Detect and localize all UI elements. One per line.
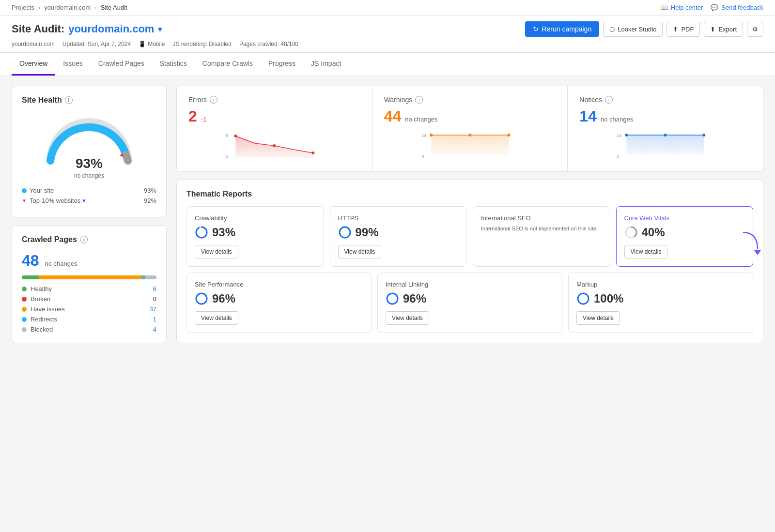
redirects-label: Redirects bbox=[31, 316, 57, 323]
notices-chart: 14 0 bbox=[579, 131, 751, 160]
markup-percent-row: 100% bbox=[576, 292, 745, 305]
notices-value: 14 bbox=[579, 107, 597, 125]
https-view-details-button[interactable]: View details bbox=[338, 245, 382, 258]
reports-grid-row2: Site Performance 96% View details Intern… bbox=[186, 273, 753, 333]
header: Site Audit: yourdomain.com ▾ ↻ Rerun cam… bbox=[0, 15, 775, 53]
thematic-reports-card: Thematic Reports Crawlability 93% View d… bbox=[176, 180, 763, 343]
legend-your-site-left: Your site bbox=[22, 187, 54, 194]
internal-linking-percent-row: 96% bbox=[386, 292, 554, 305]
top10-dropdown-icon[interactable]: ▾ bbox=[82, 197, 86, 204]
crawled-legend: Healthy 6 Broken 0 Have issues bbox=[22, 285, 156, 333]
notices-label: Notices i bbox=[579, 96, 751, 104]
reports-grid-row1: Crawlability 93% View details HTTPS bbox=[186, 206, 753, 267]
warnings-block: Warnings i 44 no changes 44 0 bbox=[372, 86, 568, 171]
gauge-text: 93% no changes bbox=[74, 156, 104, 179]
tab-issues[interactable]: Issues bbox=[55, 53, 90, 76]
feedback-icon: 💬 bbox=[711, 4, 718, 11]
internal-linking-view-details-button[interactable]: View details bbox=[386, 311, 429, 325]
redirects-dot bbox=[22, 317, 27, 322]
tab-statistics[interactable]: Statistics bbox=[152, 53, 195, 76]
legend-blocked: Blocked 4 bbox=[22, 326, 156, 333]
report-crawlability: Crawlability 93% View details bbox=[186, 206, 324, 267]
legend-redirects: Redirects 1 bbox=[22, 316, 156, 323]
https-circle-icon bbox=[338, 226, 352, 239]
crawlability-circle-icon bbox=[195, 226, 208, 239]
svg-point-3 bbox=[234, 135, 237, 137]
progress-bar bbox=[22, 275, 156, 279]
have-issues-count[interactable]: 37 bbox=[150, 305, 156, 313]
legend-healthy: Healthy 6 bbox=[22, 285, 156, 292]
svg-point-21 bbox=[196, 227, 207, 238]
gauge-legend: Your site 93% ▼ Top-10% websites ▾ 92% bbox=[22, 187, 156, 204]
domain-dropdown-icon[interactable]: ▾ bbox=[158, 25, 162, 34]
meta-updated: Updated: Sun, Apr 7, 2024 bbox=[62, 41, 131, 47]
tab-overview[interactable]: Overview bbox=[12, 53, 55, 76]
header-meta: yourdomain.com Updated: Sun, Apr 7, 2024… bbox=[12, 41, 763, 52]
svg-point-17 bbox=[625, 134, 628, 137]
markup-view-details-button[interactable]: View details bbox=[576, 311, 620, 325]
redirects-count[interactable]: 1 bbox=[153, 316, 156, 323]
looker-icon: ⬡ bbox=[609, 26, 615, 33]
svg-text:0: 0 bbox=[226, 154, 228, 159]
meta-js: JS rendering: Disabled bbox=[173, 41, 232, 47]
crawled-change: no changes bbox=[45, 260, 77, 267]
pdf-label: PDF bbox=[681, 26, 694, 33]
errors-block: Errors i 2 -1 5 0 bbox=[177, 86, 372, 171]
warnings-info-icon[interactable]: i bbox=[415, 96, 423, 104]
site-performance-percent-row: 96% bbox=[195, 292, 363, 305]
international-seo-desc: International SEO is not implemented on … bbox=[481, 226, 602, 231]
top-bar: Projects › yourdomain.com › Site Audit 📖… bbox=[0, 0, 775, 15]
core-web-vitals-view-details-button[interactable]: View details bbox=[624, 245, 668, 258]
looker-label: Looker Studio bbox=[618, 26, 656, 33]
tab-progress[interactable]: Progress bbox=[261, 53, 303, 76]
blocked-label: Blocked bbox=[31, 326, 53, 333]
tab-compare-crawls[interactable]: Compare Crawls bbox=[195, 53, 261, 76]
arrow-annotation bbox=[738, 230, 762, 260]
healthy-count[interactable]: 6 bbox=[153, 285, 156, 292]
help-center-label: Help center bbox=[671, 4, 703, 11]
rerun-button[interactable]: ↻ Rerun campaign bbox=[525, 21, 599, 37]
notices-label-text: Notices bbox=[579, 96, 602, 104]
report-https: HTTPS 99% View details bbox=[330, 206, 467, 267]
mobile-icon: 📱 bbox=[139, 41, 146, 47]
errors-value: 2 bbox=[188, 107, 197, 125]
tab-js-impact[interactable]: JS Impact bbox=[303, 53, 349, 76]
internal-linking-circle-icon bbox=[386, 292, 399, 305]
https-percent: 99% bbox=[356, 226, 379, 239]
domain-name: yourdomain.com bbox=[68, 23, 154, 35]
breadcrumb-domain[interactable]: yourdomain.com bbox=[44, 4, 91, 11]
svg-point-30 bbox=[387, 293, 398, 304]
notices-info-icon[interactable]: i bbox=[605, 96, 613, 104]
progress-issues bbox=[39, 275, 142, 279]
errors-info-icon[interactable]: i bbox=[210, 96, 217, 104]
svg-point-4 bbox=[273, 144, 276, 147]
settings-button[interactable]: ⚙ bbox=[747, 22, 763, 37]
looker-studio-button[interactable]: ⬡ Looker Studio bbox=[603, 22, 663, 37]
svg-rect-8 bbox=[431, 135, 509, 154]
thematic-title: Thematic Reports bbox=[186, 190, 753, 198]
crawled-pages-label: Crawled Pages bbox=[22, 235, 77, 244]
help-center-button[interactable]: 📖 Help center bbox=[660, 4, 703, 11]
export-button[interactable]: ⬆ Export bbox=[704, 22, 743, 37]
breadcrumb-projects[interactable]: Projects bbox=[12, 4, 34, 11]
tab-crawled-pages[interactable]: Crawled Pages bbox=[91, 53, 152, 76]
core-web-vitals-name[interactable]: Core Web Vitals bbox=[624, 214, 745, 222]
report-international-seo: International SEO International SEO is n… bbox=[473, 206, 610, 267]
markup-percent: 100% bbox=[594, 292, 623, 305]
svg-point-10 bbox=[430, 134, 433, 137]
site-health-info-icon[interactable]: i bbox=[65, 96, 73, 104]
crawled-pages-info-icon[interactable]: i bbox=[80, 236, 88, 243]
notices-value-row: 14 no changes bbox=[579, 107, 751, 125]
site-performance-percent: 96% bbox=[212, 292, 235, 305]
report-site-performance: Site Performance 96% View details bbox=[186, 273, 372, 333]
metrics-row: Errors i 2 -1 5 0 bbox=[176, 86, 763, 172]
crawlability-view-details-button[interactable]: View details bbox=[195, 245, 238, 258]
send-feedback-button[interactable]: 💬 Send feedback bbox=[711, 4, 763, 11]
blocked-count[interactable]: 4 bbox=[153, 326, 156, 333]
healthy-label: Healthy bbox=[31, 285, 52, 292]
site-performance-view-details-button[interactable]: View details bbox=[195, 311, 238, 325]
pdf-button[interactable]: ⬆ PDF bbox=[666, 22, 700, 37]
markup-name: Markup bbox=[576, 281, 745, 288]
refresh-icon: ↻ bbox=[533, 25, 539, 33]
report-markup: Markup 100% View details bbox=[568, 273, 753, 333]
